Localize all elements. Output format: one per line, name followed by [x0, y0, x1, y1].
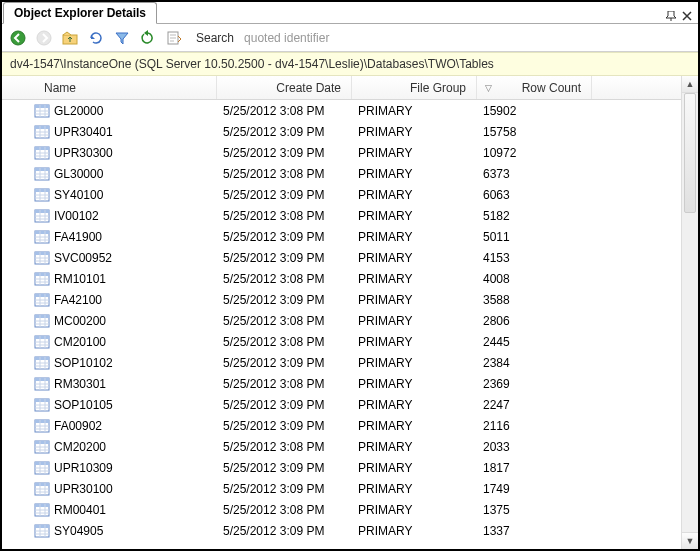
table-row[interactable]: FA009025/25/2012 3:09 PMPRIMARY2116 [2, 415, 681, 436]
column-header-file-group[interactable]: File Group [352, 76, 477, 99]
breadcrumb-path[interactable]: dv4-1547\InstanceOne (SQL Server 10.50.2… [2, 52, 698, 76]
row-name: SVC00952 [54, 251, 112, 265]
vertical-scrollbar[interactable]: ▲ ▼ [681, 76, 698, 549]
table-row[interactable]: GL200005/25/2012 3:08 PMPRIMARY15902 [2, 100, 681, 121]
svg-rect-47 [35, 252, 49, 255]
row-file-group: PRIMARY [352, 398, 477, 412]
svg-point-0 [11, 31, 25, 45]
row-create-date: 5/25/2012 3:09 PM [217, 398, 352, 412]
svg-rect-71 [35, 336, 49, 339]
row-name: SY04905 [54, 524, 103, 538]
table-row[interactable]: GL300005/25/2012 3:08 PMPRIMARY6373 [2, 163, 681, 184]
row-create-date: 5/25/2012 3:08 PM [217, 377, 352, 391]
pin-icon[interactable] [666, 11, 676, 21]
svg-rect-101 [35, 441, 49, 444]
script-icon[interactable] [164, 28, 184, 48]
row-create-date: 5/25/2012 3:08 PM [217, 272, 352, 286]
table-row[interactable]: RM101015/25/2012 3:08 PMPRIMARY4008 [2, 268, 681, 289]
row-name: RM30301 [54, 377, 106, 391]
row-create-date: 5/25/2012 3:09 PM [217, 146, 352, 160]
row-file-group: PRIMARY [352, 356, 477, 370]
row-name: IV00102 [54, 209, 99, 223]
row-row-count: 15902 [477, 104, 592, 118]
window: Object Explorer Details [0, 0, 700, 551]
row-file-group: PRIMARY [352, 314, 477, 328]
svg-rect-41 [35, 231, 49, 234]
table-icon [34, 335, 50, 349]
titlebar: Object Explorer Details [2, 2, 698, 24]
row-name: GL20000 [54, 104, 103, 118]
table-icon [34, 146, 50, 160]
row-file-group: PRIMARY [352, 335, 477, 349]
table-row[interactable]: RM004015/25/2012 3:08 PMPRIMARY1375 [2, 499, 681, 520]
svg-rect-59 [35, 294, 49, 297]
svg-rect-89 [35, 399, 49, 402]
back-icon[interactable] [8, 28, 28, 48]
table-icon [34, 188, 50, 202]
row-row-count: 1337 [477, 524, 592, 538]
table-body: GL200005/25/2012 3:08 PMPRIMARY15902UPR3… [2, 100, 681, 549]
search-label: Search [196, 31, 234, 45]
row-row-count: 15758 [477, 125, 592, 139]
row-create-date: 5/25/2012 3:09 PM [217, 356, 352, 370]
svg-rect-125 [35, 525, 49, 528]
refresh-icon[interactable] [138, 28, 158, 48]
table-icon [34, 272, 50, 286]
table-row[interactable]: IV001025/25/2012 3:08 PMPRIMARY5182 [2, 205, 681, 226]
column-header-row-count[interactable]: ▽ Row Count [477, 76, 592, 99]
table-row[interactable]: CM202005/25/2012 3:08 PMPRIMARY2033 [2, 436, 681, 457]
row-row-count: 1375 [477, 503, 592, 517]
table-row[interactable]: CM201005/25/2012 3:08 PMPRIMARY2445 [2, 331, 681, 352]
row-file-group: PRIMARY [352, 272, 477, 286]
table-row[interactable]: MC002005/25/2012 3:08 PMPRIMARY2806 [2, 310, 681, 331]
table-icon [34, 209, 50, 223]
svg-rect-83 [35, 378, 49, 381]
filter-icon[interactable] [112, 28, 132, 48]
row-file-group: PRIMARY [352, 125, 477, 139]
table-row[interactable]: FA419005/25/2012 3:09 PMPRIMARY5011 [2, 226, 681, 247]
table-row[interactable]: RM303015/25/2012 3:08 PMPRIMARY2369 [2, 373, 681, 394]
table-row[interactable]: UPR304015/25/2012 3:09 PMPRIMARY15758 [2, 121, 681, 142]
row-row-count: 6373 [477, 167, 592, 181]
table-row[interactable]: SOP101055/25/2012 3:09 PMPRIMARY2247 [2, 394, 681, 415]
table-row[interactable]: FA421005/25/2012 3:09 PMPRIMARY3588 [2, 289, 681, 310]
svg-rect-35 [35, 210, 49, 213]
table-row[interactable]: SOP101025/25/2012 3:09 PMPRIMARY2384 [2, 352, 681, 373]
scroll-up-icon[interactable]: ▲ [682, 76, 698, 93]
row-name: UPR30300 [54, 146, 113, 160]
up-folder-icon[interactable] [60, 28, 80, 48]
sync-icon[interactable] [86, 28, 106, 48]
row-create-date: 5/25/2012 3:09 PM [217, 524, 352, 538]
table-icon [34, 503, 50, 517]
table-icon [34, 125, 50, 139]
table-icon [34, 104, 50, 118]
column-header-name[interactable]: Name [32, 76, 217, 99]
table-icon [34, 167, 50, 181]
column-header-create-date[interactable]: Create Date [217, 76, 352, 99]
row-name: SY40100 [54, 188, 103, 202]
svg-rect-17 [35, 147, 49, 150]
table-icon [34, 356, 50, 370]
table-row[interactable]: SY401005/25/2012 3:09 PMPRIMARY6063 [2, 184, 681, 205]
row-row-count: 5182 [477, 209, 592, 223]
table-icon [34, 419, 50, 433]
row-file-group: PRIMARY [352, 146, 477, 160]
row-row-count: 10972 [477, 146, 592, 160]
row-name: RM00401 [54, 503, 106, 517]
row-file-group: PRIMARY [352, 461, 477, 475]
row-row-count: 2116 [477, 419, 592, 433]
table-row[interactable]: UPR103095/25/2012 3:09 PMPRIMARY1817 [2, 457, 681, 478]
scroll-down-icon[interactable]: ▼ [682, 532, 698, 549]
table-row[interactable]: UPR303005/25/2012 3:09 PMPRIMARY10972 [2, 142, 681, 163]
row-name: FA00902 [54, 419, 102, 433]
row-file-group: PRIMARY [352, 209, 477, 223]
window-title-tab[interactable]: Object Explorer Details [3, 2, 157, 24]
search-input[interactable] [240, 29, 420, 47]
table-row[interactable]: SVC009525/25/2012 3:09 PMPRIMARY4153 [2, 247, 681, 268]
table-row[interactable]: UPR301005/25/2012 3:09 PMPRIMARY1749 [2, 478, 681, 499]
toolbar: Search [2, 24, 698, 52]
table-row[interactable]: SY049055/25/2012 3:09 PMPRIMARY1337 [2, 520, 681, 541]
row-file-group: PRIMARY [352, 377, 477, 391]
close-icon[interactable] [682, 11, 692, 21]
scroll-thumb[interactable] [684, 93, 696, 213]
